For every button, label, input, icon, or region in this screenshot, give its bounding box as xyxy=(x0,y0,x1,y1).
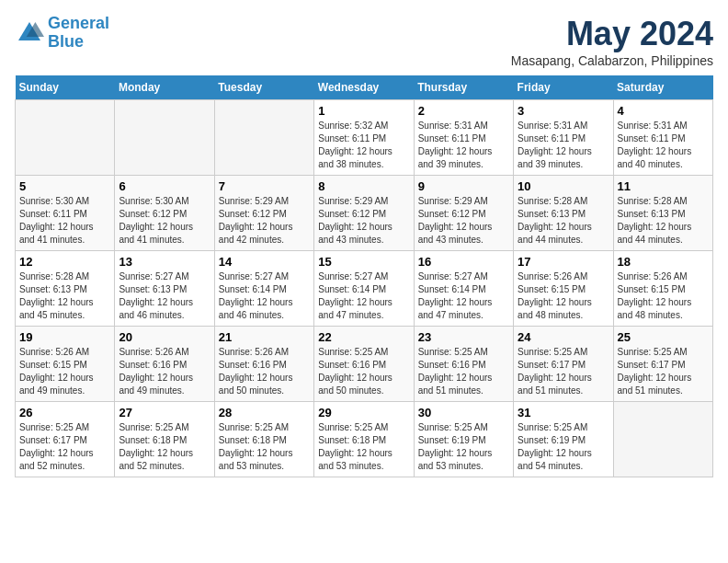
calendar-day-cell: 22Sunrise: 5:25 AMSunset: 6:16 PMDayligh… xyxy=(314,327,414,402)
day-info: Sunrise: 5:29 AMSunset: 6:12 PMDaylight:… xyxy=(219,195,310,247)
day-info: Sunrise: 5:25 AMSunset: 6:17 PMDaylight:… xyxy=(19,421,110,473)
day-number: 29 xyxy=(318,406,409,419)
day-number: 15 xyxy=(318,255,409,269)
weekday-header: Monday xyxy=(115,75,214,100)
calendar-day-cell: 1Sunrise: 5:32 AMSunset: 6:11 PMDaylight… xyxy=(314,100,414,176)
day-number: 20 xyxy=(119,330,210,344)
day-number: 28 xyxy=(219,406,310,419)
day-info: Sunrise: 5:25 AMSunset: 6:18 PMDaylight:… xyxy=(318,421,409,473)
weekday-header: Tuesday xyxy=(214,75,313,100)
day-info: Sunrise: 5:27 AMSunset: 6:13 PMDaylight:… xyxy=(119,270,210,322)
day-number: 25 xyxy=(618,330,709,344)
day-number: 13 xyxy=(119,255,210,269)
calendar-day-cell xyxy=(115,100,214,176)
day-number: 22 xyxy=(318,330,409,344)
calendar-day-cell: 19Sunrise: 5:26 AMSunset: 6:15 PMDayligh… xyxy=(16,327,115,402)
day-info: Sunrise: 5:25 AMSunset: 6:16 PMDaylight:… xyxy=(318,346,409,397)
day-info: Sunrise: 5:31 AMSunset: 6:11 PMDaylight:… xyxy=(618,120,709,171)
calendar-day-cell: 20Sunrise: 5:26 AMSunset: 6:16 PMDayligh… xyxy=(115,327,214,402)
day-info: Sunrise: 5:25 AMSunset: 6:19 PMDaylight:… xyxy=(518,421,609,473)
calendar-day-cell: 31Sunrise: 5:25 AMSunset: 6:19 PMDayligh… xyxy=(514,402,613,477)
calendar-day-cell: 21Sunrise: 5:26 AMSunset: 6:16 PMDayligh… xyxy=(214,327,313,402)
day-number: 2 xyxy=(418,104,509,118)
weekday-header: Sunday xyxy=(16,75,115,100)
day-number: 18 xyxy=(618,255,709,269)
calendar-day-cell: 26Sunrise: 5:25 AMSunset: 6:17 PMDayligh… xyxy=(16,402,115,477)
day-number: 17 xyxy=(518,255,609,269)
day-info: Sunrise: 5:26 AMSunset: 6:16 PMDaylight:… xyxy=(219,346,310,397)
day-info: Sunrise: 5:32 AMSunset: 6:11 PMDaylight:… xyxy=(318,120,409,171)
day-info: Sunrise: 5:25 AMSunset: 6:17 PMDaylight:… xyxy=(618,346,709,397)
calendar-day-cell: 16Sunrise: 5:27 AMSunset: 6:14 PMDayligh… xyxy=(414,251,513,327)
calendar-week-row: 5Sunrise: 5:30 AMSunset: 6:11 PMDaylight… xyxy=(16,176,713,251)
calendar-day-cell: 24Sunrise: 5:25 AMSunset: 6:17 PMDayligh… xyxy=(514,327,613,402)
calendar-week-row: 12Sunrise: 5:28 AMSunset: 6:13 PMDayligh… xyxy=(16,251,713,327)
calendar-table: SundayMondayTuesdayWednesdayThursdayFrid… xyxy=(15,75,713,477)
calendar-day-cell: 18Sunrise: 5:26 AMSunset: 6:15 PMDayligh… xyxy=(613,251,712,327)
calendar-day-cell: 15Sunrise: 5:27 AMSunset: 6:14 PMDayligh… xyxy=(314,251,414,327)
calendar-day-cell: 17Sunrise: 5:26 AMSunset: 6:15 PMDayligh… xyxy=(514,251,613,327)
day-number: 5 xyxy=(19,179,110,193)
calendar-day-cell: 6Sunrise: 5:30 AMSunset: 6:12 PMDaylight… xyxy=(115,176,214,251)
day-number: 12 xyxy=(19,255,110,269)
calendar-day-cell xyxy=(16,100,115,176)
day-number: 9 xyxy=(418,179,509,193)
calendar-week-row: 1Sunrise: 5:32 AMSunset: 6:11 PMDaylight… xyxy=(16,100,713,176)
calendar-day-cell: 8Sunrise: 5:29 AMSunset: 6:12 PMDaylight… xyxy=(314,176,414,251)
location: Masapang, Calabarzon, Philippines xyxy=(511,53,713,68)
day-info: Sunrise: 5:26 AMSunset: 6:15 PMDaylight:… xyxy=(618,270,709,322)
weekday-header: Wednesday xyxy=(314,75,414,100)
day-number: 6 xyxy=(119,179,210,193)
calendar-day-cell: 2Sunrise: 5:31 AMSunset: 6:11 PMDaylight… xyxy=(414,100,513,176)
calendar-day-cell: 11Sunrise: 5:28 AMSunset: 6:13 PMDayligh… xyxy=(613,176,712,251)
day-number: 11 xyxy=(618,179,709,193)
weekday-header: Saturday xyxy=(613,75,712,100)
calendar-day-cell: 10Sunrise: 5:28 AMSunset: 6:13 PMDayligh… xyxy=(514,176,613,251)
day-info: Sunrise: 5:31 AMSunset: 6:11 PMDaylight:… xyxy=(518,120,609,171)
day-info: Sunrise: 5:30 AMSunset: 6:12 PMDaylight:… xyxy=(119,195,210,247)
day-info: Sunrise: 5:30 AMSunset: 6:11 PMDaylight:… xyxy=(19,195,110,247)
day-info: Sunrise: 5:31 AMSunset: 6:11 PMDaylight:… xyxy=(418,120,509,171)
day-info: Sunrise: 5:25 AMSunset: 6:19 PMDaylight:… xyxy=(418,421,509,473)
weekday-header: Friday xyxy=(514,75,613,100)
day-number: 16 xyxy=(418,255,509,269)
day-info: Sunrise: 5:27 AMSunset: 6:14 PMDaylight:… xyxy=(418,270,509,322)
day-number: 24 xyxy=(518,330,609,344)
day-number: 1 xyxy=(318,104,409,118)
day-number: 21 xyxy=(219,330,310,344)
day-number: 27 xyxy=(119,406,210,419)
calendar-day-cell xyxy=(214,100,313,176)
day-info: Sunrise: 5:26 AMSunset: 6:15 PMDaylight:… xyxy=(518,270,609,322)
calendar-day-cell: 12Sunrise: 5:28 AMSunset: 6:13 PMDayligh… xyxy=(16,251,115,327)
calendar-day-cell: 9Sunrise: 5:29 AMSunset: 6:12 PMDaylight… xyxy=(414,176,513,251)
title-area: May 2024 Masapang, Calabarzon, Philippin… xyxy=(511,15,713,68)
day-number: 23 xyxy=(418,330,509,344)
weekday-header: Thursday xyxy=(414,75,513,100)
day-info: Sunrise: 5:28 AMSunset: 6:13 PMDaylight:… xyxy=(618,195,709,247)
day-info: Sunrise: 5:26 AMSunset: 6:16 PMDaylight:… xyxy=(119,346,210,397)
day-number: 26 xyxy=(19,406,110,419)
day-info: Sunrise: 5:27 AMSunset: 6:14 PMDaylight:… xyxy=(219,270,310,322)
calendar-day-cell xyxy=(613,402,712,477)
day-info: Sunrise: 5:25 AMSunset: 6:18 PMDaylight:… xyxy=(219,421,310,473)
logo-text: General Blue xyxy=(48,15,109,52)
month-title: May 2024 xyxy=(511,15,713,53)
day-number: 14 xyxy=(219,255,310,269)
day-number: 7 xyxy=(219,179,310,193)
day-info: Sunrise: 5:28 AMSunset: 6:13 PMDaylight:… xyxy=(518,195,609,247)
day-info: Sunrise: 5:26 AMSunset: 6:15 PMDaylight:… xyxy=(19,346,110,397)
calendar-day-cell: 4Sunrise: 5:31 AMSunset: 6:11 PMDaylight… xyxy=(613,100,712,176)
calendar-day-cell: 5Sunrise: 5:30 AMSunset: 6:11 PMDaylight… xyxy=(16,176,115,251)
day-number: 10 xyxy=(518,179,609,193)
day-number: 31 xyxy=(518,406,609,419)
day-number: 30 xyxy=(418,406,509,419)
calendar-day-cell: 29Sunrise: 5:25 AMSunset: 6:18 PMDayligh… xyxy=(314,402,414,477)
calendar-day-cell: 3Sunrise: 5:31 AMSunset: 6:11 PMDaylight… xyxy=(514,100,613,176)
calendar-week-row: 26Sunrise: 5:25 AMSunset: 6:17 PMDayligh… xyxy=(16,402,713,477)
calendar-day-cell: 23Sunrise: 5:25 AMSunset: 6:16 PMDayligh… xyxy=(414,327,513,402)
logo: General Blue xyxy=(15,15,109,52)
day-info: Sunrise: 5:28 AMSunset: 6:13 PMDaylight:… xyxy=(19,270,110,322)
day-info: Sunrise: 5:29 AMSunset: 6:12 PMDaylight:… xyxy=(418,195,509,247)
calendar-day-cell: 13Sunrise: 5:27 AMSunset: 6:13 PMDayligh… xyxy=(115,251,214,327)
day-number: 4 xyxy=(618,104,709,118)
